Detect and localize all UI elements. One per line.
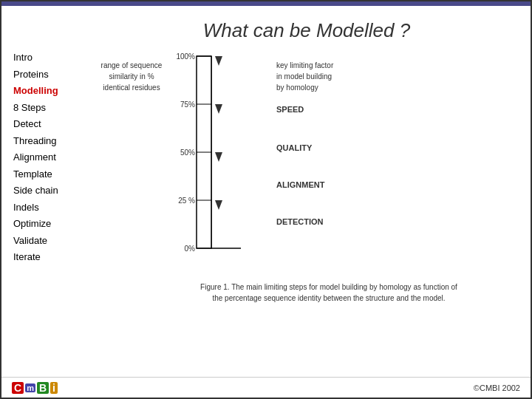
content-area: Intro Proteins Modelling 8 Steps Detect … (1, 6, 531, 377)
svg-text:0%: 0% (185, 245, 196, 253)
svg-marker-13 (215, 56, 222, 66)
right-label-block: key limiting factor in model building by… (276, 60, 333, 226)
left-label-line3: identical residues (95, 82, 168, 93)
svg-text:75%: 75% (180, 100, 195, 109)
logo-b: B (37, 382, 49, 394)
page: Intro Proteins Modelling 8 Steps Detect … (0, 0, 532, 399)
sidebar-item-8steps[interactable]: 8 Steps (13, 100, 87, 115)
sidebar-item-proteins[interactable]: Proteins (13, 67, 87, 82)
svg-marker-16 (215, 200, 222, 210)
sidebar-item-detect[interactable]: Detect (13, 117, 87, 132)
sidebar-item-threading[interactable]: Threading (13, 134, 87, 149)
svg-text:100%: 100% (176, 52, 195, 61)
alignment-label: ALIGNMENT (276, 180, 333, 189)
sidebar-item-alignment[interactable]: Alignment (13, 150, 87, 165)
sidebar-item-modelling[interactable]: Modelling (13, 83, 87, 98)
sidebar-item-sidechain[interactable]: Side chain (13, 183, 87, 198)
sidebar: Intro Proteins Modelling 8 Steps Detect … (13, 13, 87, 369)
sidebar-item-iterate[interactable]: Iterate (13, 250, 87, 265)
sidebar-item-validate[interactable]: Validate (13, 233, 87, 248)
left-label-line2: similarity in % (95, 71, 168, 82)
sidebar-item-template[interactable]: Template (13, 167, 87, 182)
page-title: What can be Modelled ? (95, 19, 519, 42)
left-label-line1: range of sequence (95, 60, 168, 71)
logo: C m B i (12, 382, 58, 394)
copyright-text: ©CMBI 2002 (474, 383, 520, 392)
logo-c: C (12, 382, 24, 394)
svg-text:50%: 50% (180, 149, 195, 157)
svg-marker-14 (215, 104, 222, 114)
svg-marker-15 (215, 152, 222, 162)
svg-text:25 %: 25 % (178, 197, 195, 205)
chart-area: 100% 75% 50% 25 % 0% (174, 52, 270, 277)
figure-caption: Figure 1. The main limiting steps for mo… (95, 282, 519, 304)
chart-svg: 100% 75% 50% 25 % 0% (174, 52, 270, 274)
left-label-block: range of sequence similarity in % identi… (95, 60, 168, 93)
sidebar-item-intro[interactable]: Intro (13, 50, 87, 65)
sidebar-item-optimize[interactable]: Optimize (13, 216, 87, 231)
main-content: What can be Modelled ? range of sequence… (87, 13, 519, 369)
quality-label: QUALITY (276, 143, 333, 152)
logo-i: i (50, 382, 58, 394)
sidebar-item-indels[interactable]: Indels (13, 200, 87, 215)
logo-m: m (25, 383, 35, 392)
right-top-label: key limiting factor in model building by… (276, 60, 333, 93)
detection-label: DETECTION (276, 217, 333, 226)
speed-label: SPEED (276, 105, 333, 114)
footer: C m B i ©CMBI 2002 (1, 377, 531, 398)
